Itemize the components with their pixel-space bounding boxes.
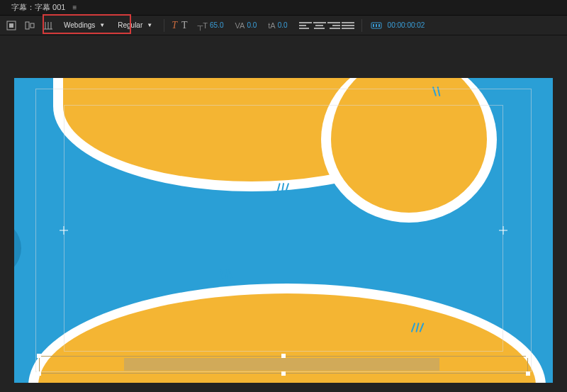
font-style-dropdown[interactable]: Regular ▼: [113, 20, 157, 30]
decorative-mark: [276, 183, 298, 194]
align-objects-icon[interactable]: [23, 18, 37, 33]
align-right-button[interactable]: [327, 20, 340, 31]
tab-bar: 字幕：字幕 001 ≡: [0, 0, 567, 16]
svg-rect-6: [376, 24, 377, 27]
tracking-field[interactable]: tA 0.0: [268, 21, 287, 30]
canvas-area: [0, 35, 567, 392]
timecode-icon[interactable]: [369, 18, 383, 33]
decorative-mark: [432, 86, 454, 97]
leading-icon: VA: [235, 21, 245, 30]
resize-handle[interactable]: [281, 371, 286, 376]
leading-field[interactable]: VA 0.0: [235, 21, 257, 30]
separator: [361, 19, 362, 32]
bg-shape: [14, 220, 21, 276]
tab-title: 字幕：字幕 001: [11, 2, 65, 13]
chevron-down-icon: ▼: [147, 22, 152, 28]
panel-tab[interactable]: 字幕：字幕 001 ≡: [6, 1, 82, 14]
resize-handle[interactable]: [281, 354, 286, 358]
center-marker: [60, 226, 68, 235]
decorative-mark: [411, 323, 432, 333]
font-size-field[interactable]: ┬T 65.0: [198, 21, 224, 30]
italic-text-icon[interactable]: T: [172, 20, 177, 31]
decorative-mark: [220, 269, 241, 280]
svg-rect-7: [378, 24, 380, 27]
font-family-dropdown[interactable]: Webdings ▼: [60, 20, 109, 30]
toolbar: Webdings ▼ Regular ▼ T T ┬T 65.0 VA 0.0 …: [0, 16, 567, 35]
resize-handle[interactable]: [526, 354, 530, 358]
svg-rect-3: [30, 23, 34, 28]
align-left-button[interactable]: [299, 20, 312, 31]
chevron-down-icon: ▼: [99, 22, 105, 28]
tab-menu-icon[interactable]: ≡: [72, 4, 77, 11]
separator: [164, 19, 164, 32]
tracking-value[interactable]: 0.0: [278, 21, 288, 29]
text-input-strip[interactable]: [124, 358, 439, 371]
tab-stops-icon[interactable]: [41, 18, 55, 33]
font-size-value[interactable]: 65.0: [210, 21, 223, 29]
resize-handle[interactable]: [37, 371, 41, 376]
svg-rect-1: [9, 23, 13, 28]
timecode-value[interactable]: 00:00:00:02: [388, 21, 425, 29]
preview-canvas[interactable]: [14, 78, 553, 383]
font-family-label: Webdings: [64, 21, 95, 29]
resize-handle[interactable]: [526, 371, 530, 376]
resize-handle[interactable]: [37, 354, 41, 358]
svg-rect-5: [373, 24, 374, 27]
align-center-button[interactable]: [313, 20, 326, 31]
font-style-label: Regular: [118, 21, 142, 29]
align-justify-button[interactable]: [342, 20, 354, 31]
tracking-icon: tA: [268, 21, 275, 30]
bg-shape-top: [53, 78, 450, 191]
regular-text-icon[interactable]: T: [181, 20, 188, 31]
snap-icon[interactable]: [4, 18, 18, 33]
svg-rect-2: [26, 22, 29, 29]
text-align-group: [299, 20, 354, 31]
leading-value[interactable]: 0.0: [247, 21, 257, 29]
font-size-icon: ┬T: [198, 21, 208, 30]
center-marker: [499, 226, 507, 235]
